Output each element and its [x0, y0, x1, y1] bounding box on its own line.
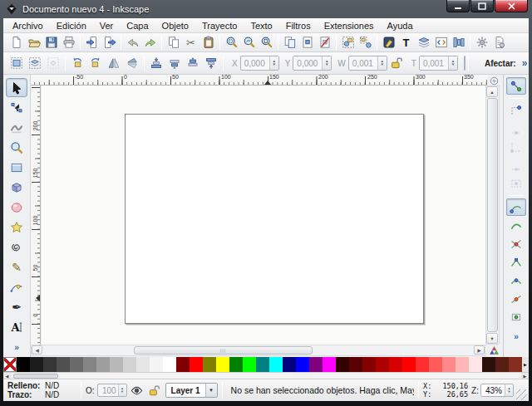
lower-button[interactable] [165, 54, 184, 72]
ellipse-tool-button[interactable] [6, 198, 27, 217]
swatch-8[interactable] [110, 357, 123, 372]
text-dialog-button[interactable]: T [397, 34, 415, 51]
menu-item-texto[interactable]: Texto [244, 20, 278, 32]
swatch-30[interactable] [402, 357, 416, 372]
select-all-layers-button[interactable] [26, 54, 44, 72]
swatch-15[interactable] [203, 357, 216, 372]
menu-item-ayuda[interactable]: Ayuda [381, 20, 420, 32]
w-field[interactable]: 0,001▲▼ [348, 56, 387, 71]
flip-vertical-button[interactable] [123, 54, 141, 72]
swatch-19[interactable] [256, 357, 269, 372]
swatch-22[interactable] [296, 357, 309, 372]
layer-selector[interactable]: Layer 1 ▼ [165, 383, 218, 398]
swatch-35[interactable] [469, 357, 482, 372]
swatch-26[interactable] [349, 357, 362, 372]
swatch-18[interactable] [243, 357, 256, 372]
swatch-2[interactable] [30, 357, 43, 372]
menu-item-filtros[interactable]: Filtros [279, 20, 318, 32]
lock-ratio-button[interactable] [389, 56, 404, 71]
menu-item-edicin[interactable]: Edición [50, 20, 93, 32]
horizontal-ruler[interactable]: -50050100150200250300350 [31, 75, 487, 86]
scroll-down-button[interactable]: ▼ [486, 333, 498, 344]
swatch-20[interactable] [269, 357, 283, 372]
snap-bbox-button[interactable] [506, 101, 526, 119]
toolbox-overflow-button[interactable]: » [14, 343, 19, 352]
spinner[interactable]: ▲▼ [322, 56, 331, 70]
menu-item-extensiones[interactable]: Extensiones [318, 20, 381, 32]
swatch-16[interactable] [216, 357, 229, 372]
cut-button[interactable]: ✂ [182, 34, 200, 51]
xml-editor-button[interactable] [432, 34, 450, 51]
swatch-13[interactable] [176, 357, 190, 372]
fill-value[interactable]: N/D [45, 381, 59, 390]
page[interactable] [125, 114, 424, 324]
raise-button[interactable] [184, 54, 202, 72]
menu-item-archivo[interactable]: Archivo [6, 20, 50, 32]
swatch-1[interactable] [17, 357, 30, 372]
snap-path-intersections-button[interactable] [506, 235, 526, 252]
create-clone-button[interactable] [298, 34, 316, 51]
layer-dropdown-icon[interactable]: ▼ [205, 384, 217, 397]
snap-cusp-nodes-button[interactable] [506, 253, 526, 271]
color-management-icon[interactable] [487, 345, 500, 356]
import-image-button[interactable] [83, 34, 101, 51]
node-tool-button[interactable] [6, 98, 27, 117]
spinner[interactable]: ▲▼ [377, 56, 387, 70]
stroke-value[interactable]: N/D [45, 390, 59, 399]
duplicate-button[interactable] [281, 34, 298, 51]
options-overflow-button[interactable]: » [522, 57, 528, 69]
layers-dialog-button[interactable] [415, 34, 432, 51]
layer-lock-button[interactable] [147, 383, 162, 398]
redo-button[interactable] [141, 34, 159, 51]
swatch-33[interactable] [442, 357, 456, 372]
x-field[interactable]: 0,000▲▼ [240, 56, 279, 71]
rotate-ccw-button[interactable] [68, 54, 86, 72]
ungroup-button[interactable] [357, 34, 374, 51]
print-document-button[interactable] [60, 34, 77, 51]
menu-item-objeto[interactable]: Objeto [155, 20, 195, 32]
swatch-21[interactable] [283, 357, 296, 372]
scroll-left-button[interactable]: ◀ [32, 345, 42, 355]
spinner[interactable]: ▲▼ [448, 56, 457, 70]
swatch-10[interactable] [136, 357, 150, 372]
swatch-9[interactable] [123, 357, 136, 372]
document-properties-button[interactable] [490, 34, 508, 51]
snap-smooth-nodes-button[interactable] [506, 271, 526, 289]
opacity-spinner[interactable]: ▲▼ [118, 384, 126, 396]
snap-enable-button[interactable] [506, 77, 526, 95]
canvas[interactable] [42, 86, 485, 345]
opacity-field[interactable]: 100 ▲▼ [97, 384, 127, 397]
titlebar[interactable]: Documento nuevo 4 - Inkscape [0, 0, 532, 18]
new-document-button[interactable] [7, 34, 25, 51]
swatch-7[interactable] [96, 357, 110, 372]
snap-bbox-edge-midpoints-button[interactable] [506, 156, 526, 174]
zoom-drawing-button[interactable] [240, 34, 258, 51]
spiral-tool-button[interactable] [6, 237, 27, 257]
select-all-button[interactable] [7, 54, 26, 72]
swatch-none[interactable] [3, 357, 17, 372]
zoom-field[interactable]: 43% ▲▼ [480, 384, 514, 397]
save-document-button[interactable] [42, 34, 60, 51]
swatch-11[interactable] [150, 357, 163, 372]
snap-bbox-centers-button[interactable] [506, 174, 526, 192]
text-tool-button[interactable]: A [6, 317, 27, 336]
vertical-ruler[interactable]: 200150100500 [31, 86, 41, 345]
zoom-tool-button[interactable] [6, 138, 27, 157]
zoom-spinner[interactable]: ▲▼ [505, 384, 513, 396]
snapbar-overflow-button[interactable]: » [514, 332, 519, 341]
y-field[interactable]: 0,000▲▼ [293, 56, 332, 71]
swatch-12[interactable] [163, 357, 176, 372]
snap-bbox-edges-button[interactable] [506, 120, 526, 137]
snap-midpoints-button[interactable] [506, 290, 526, 307]
scroll-right-button[interactable]: ▶ [474, 345, 485, 355]
swatch-25[interactable] [336, 357, 349, 372]
export-bitmap-button[interactable] [101, 34, 118, 51]
palette-overflow-button[interactable]: ▶ [522, 357, 529, 372]
undo-button[interactable] [124, 34, 141, 51]
horizontal-scroll-thumb[interactable]: ||| [134, 346, 313, 355]
align-distribute-button[interactable] [450, 34, 467, 51]
fill-stroke-indicator[interactable]: Relleno:N/D Trazo:N/D [3, 381, 76, 399]
cms-toggle-button[interactable] [487, 75, 500, 86]
swatch-32[interactable] [429, 357, 442, 372]
swatch-36[interactable] [482, 357, 495, 372]
